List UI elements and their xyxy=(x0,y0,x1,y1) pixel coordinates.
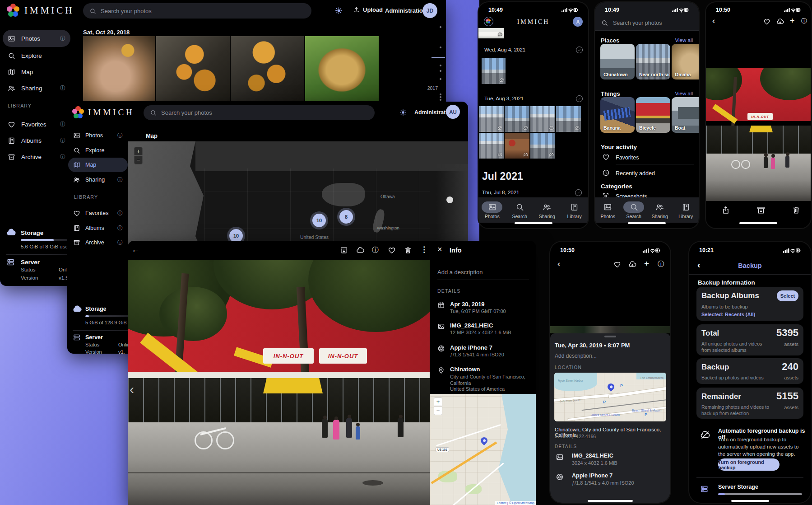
tab-library[interactable]: Library xyxy=(561,197,588,223)
photo-tile[interactable] xyxy=(505,133,529,159)
photo-tile[interactable] xyxy=(530,133,555,159)
tab-search[interactable]: Search xyxy=(621,197,647,223)
things-view-all-link[interactable]: View all xyxy=(675,91,693,96)
theme-toggle-sun-icon[interactable] xyxy=(399,109,407,116)
previous-photo-chevron[interactable]: ‹ xyxy=(130,382,134,397)
sheet-drag-handle[interactable] xyxy=(604,336,616,337)
profile-avatar[interactable] xyxy=(573,17,583,27)
theme-toggle-sun-icon[interactable] xyxy=(335,7,343,14)
archive-download-icon[interactable] xyxy=(340,246,348,254)
info-icon[interactable]: ⓘ xyxy=(801,17,807,25)
archive-icon[interactable] xyxy=(756,206,766,215)
sidebar-item-favorites[interactable]: Favoritesⓘ xyxy=(68,206,128,220)
sidebar-item-albums[interactable]: Albumsⓘ xyxy=(68,221,128,235)
search-input[interactable]: Search your photos xyxy=(83,3,311,19)
thing-card-boat[interactable]: Boat xyxy=(672,97,699,133)
photo-sliver[interactable] xyxy=(550,326,670,333)
location-map[interactable]: The Embarcadero Hyde Street Harbor Jeffe… xyxy=(554,373,666,421)
search-input[interactable]: Search your photos xyxy=(613,20,662,26)
zoom-out-button[interactable]: − xyxy=(434,407,442,415)
photo-innout-storefront-large[interactable]: IN-N-OUT IN-N-OUT ‹ xyxy=(128,260,430,505)
photo-thumbnail-mushroom-3[interactable] xyxy=(231,36,304,101)
trash-icon[interactable] xyxy=(792,206,801,215)
add-to-album-icon[interactable]: + xyxy=(644,259,649,269)
cloud-icon[interactable] xyxy=(356,246,364,254)
search-input[interactable]: Search your photos xyxy=(144,105,375,120)
places-view-all-link[interactable]: View all xyxy=(675,37,693,43)
photo-tile[interactable] xyxy=(505,106,529,132)
info-icon[interactable]: ⓘ xyxy=(658,260,664,268)
trash-icon[interactable] xyxy=(404,246,412,254)
favorite-heart-icon[interactable] xyxy=(613,261,621,268)
back-chevron-icon[interactable]: ‹ xyxy=(712,16,715,25)
upload-cloud-icon[interactable] xyxy=(628,261,636,269)
tab-search[interactable]: Search xyxy=(506,197,534,223)
tab-sharing[interactable]: Sharing xyxy=(534,197,561,223)
more-menu-icon[interactable]: ⋮ xyxy=(420,245,428,254)
map-cluster-marker-small[interactable] xyxy=(446,196,453,203)
sidebar-item-archive[interactable]: Archiveⓘ xyxy=(68,235,128,250)
back-chevron-icon[interactable]: ‹ xyxy=(557,259,560,269)
sidebar-item-photos[interactable]: Photosⓘ xyxy=(3,30,70,47)
place-card-near-north-side[interactable]: Near north side xyxy=(636,44,670,79)
select-albums-button[interactable]: Select xyxy=(777,290,798,301)
sidebar-item-map[interactable]: Map xyxy=(68,158,128,172)
place-card-omaha[interactable]: Omaha xyxy=(672,44,699,79)
photo-tile[interactable] xyxy=(479,133,504,159)
photo-tile[interactable] xyxy=(482,58,506,84)
administration-link[interactable]: Administration xyxy=(385,7,427,14)
home-indicator[interactable] xyxy=(739,222,777,224)
home-indicator[interactable] xyxy=(515,222,552,224)
photo-thumbnail-basket[interactable] xyxy=(305,36,379,101)
photo-tile[interactable] xyxy=(479,106,504,132)
tab-photos[interactable]: Photos xyxy=(595,197,621,223)
upload-cloud-icon[interactable] xyxy=(776,18,784,26)
info-icon[interactable]: ⓘ xyxy=(372,246,379,254)
sidebar-item-sharing[interactable]: Sharingⓘ xyxy=(3,79,70,97)
photo-thumbnail-mushroom-2[interactable] xyxy=(156,36,230,101)
add-to-album-icon[interactable]: + xyxy=(790,16,795,26)
thing-card-banana[interactable]: Banana xyxy=(600,97,635,133)
description-input[interactable]: Add description... xyxy=(555,353,597,359)
sidebar-item-albums[interactable]: Albumsⓘ xyxy=(3,132,70,149)
share-icon[interactable] xyxy=(721,206,730,215)
photo-innout-storefront[interactable]: IN-N-OUT xyxy=(706,68,811,201)
upload-button[interactable]: Upload xyxy=(353,6,383,13)
favorite-heart-icon[interactable] xyxy=(763,18,770,25)
sidebar-item-explore[interactable]: Explore xyxy=(68,143,128,158)
photo-tile[interactable] xyxy=(556,106,581,132)
photo-tile[interactable] xyxy=(530,106,555,132)
map-cluster-marker[interactable]: 10 xyxy=(312,214,326,227)
location-mini-map[interactable]: US 101 + − Leaflet | © OpenStreetMap xyxy=(430,394,536,505)
home-indicator[interactable] xyxy=(588,500,633,502)
user-avatar[interactable]: AU xyxy=(446,105,460,119)
tab-photos[interactable]: Photos xyxy=(478,197,506,223)
close-icon[interactable]: × xyxy=(437,245,442,254)
zoom-in-button[interactable]: + xyxy=(434,397,442,406)
select-date-checkbox[interactable] xyxy=(576,95,583,102)
home-indicator[interactable] xyxy=(628,222,666,224)
tab-library[interactable]: Library xyxy=(673,197,699,223)
home-indicator[interactable] xyxy=(731,500,769,502)
favorite-heart-icon[interactable] xyxy=(388,246,396,254)
place-card-chinatown[interactable]: Chinatown xyxy=(600,44,635,79)
photo-thumbnail-mushroom-1[interactable] xyxy=(83,36,155,101)
map-cluster-marker[interactable]: 8 xyxy=(339,210,353,224)
sidebar-item-map[interactable]: Map xyxy=(3,63,70,80)
sidebar-item-sharing[interactable]: Sharingⓘ xyxy=(68,173,128,187)
sidebar-item-archive[interactable]: Archiveⓘ xyxy=(3,148,70,165)
turn-on-backup-button[interactable]: Turn on foreground backup xyxy=(718,458,780,471)
photo-tile[interactable] xyxy=(478,28,504,38)
sidebar-item-favorites[interactable]: Favoritesⓘ xyxy=(3,116,70,133)
back-arrow-icon[interactable]: ← xyxy=(131,245,140,255)
select-date-checkbox[interactable] xyxy=(576,47,583,53)
zoom-out-button[interactable]: − xyxy=(134,156,143,164)
sidebar-item-explore[interactable]: Explore xyxy=(3,47,70,64)
thing-card-bicycle[interactable]: Bicycle xyxy=(636,97,670,133)
map-attribution[interactable]: Leaflet | © OpenStreetMap xyxy=(495,501,536,505)
tab-sharing[interactable]: Sharing xyxy=(647,197,673,223)
activity-recently-added-item[interactable]: Recently added xyxy=(616,170,655,177)
activity-favorites-item[interactable]: Favorites xyxy=(616,154,639,161)
select-date-checkbox[interactable] xyxy=(575,189,582,196)
user-avatar[interactable]: JD xyxy=(422,3,437,18)
